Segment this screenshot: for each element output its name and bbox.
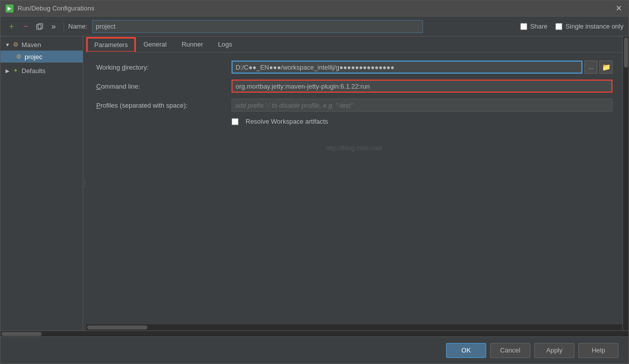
sidebar-item-maven[interactable]: ▼ ⚙ Maven — [1, 39, 83, 51]
bottom-scrollbar-thumb[interactable] — [2, 332, 42, 336]
h-scrollbar-thumb[interactable] — [87, 325, 147, 329]
tabs-bar: Parameters General Runner Logs — [86, 37, 622, 53]
maven-label: Maven — [22, 41, 41, 49]
help-button[interactable]: Help — [578, 343, 618, 358]
command-line-row: Command line: — [96, 80, 612, 93]
run-debug-configurations-window: ▶ Run/Debug Configurations ✕ + − » Name:… — [0, 0, 629, 364]
profiles-label: Profiles (separated with space): — [96, 102, 232, 109]
form-panel: Working directory: ... 📁 Command line: — [86, 53, 622, 324]
more-button[interactable]: » — [48, 21, 60, 33]
resolve-workspace-text: Resolve Workspace artifacts — [246, 118, 328, 125]
v-scrollbar-thumb[interactable] — [624, 38, 628, 68]
maven-icon: ⚙ — [12, 41, 20, 49]
profiles-row: Profiles (separated with space): — [96, 99, 612, 112]
resolve-workspace-checkbox[interactable] — [232, 118, 239, 125]
apply-button[interactable]: Apply — [534, 343, 574, 358]
bottom-bar: OK Cancel Apply Help — [1, 336, 628, 363]
working-directory-row: Working directory: ... 📁 — [96, 61, 612, 74]
working-directory-folder-btn[interactable]: 📁 — [599, 61, 612, 74]
expand-arrow: ▼ — [5, 42, 11, 48]
watermark: http://blog.csdn.net/ — [96, 129, 612, 167]
share-label: Share — [530, 23, 548, 30]
resolve-workspace-row: Resolve Workspace artifacts — [96, 118, 612, 125]
project-icon: ⚙ — [15, 53, 23, 61]
tab-logs[interactable]: Logs — [211, 37, 240, 53]
ok-button[interactable]: OK — [446, 343, 486, 358]
defaults-arrow: ▶ — [5, 68, 11, 74]
horizontal-scrollbar[interactable] — [86, 324, 622, 330]
working-directory-label: Working directory: — [96, 64, 232, 71]
resolve-workspace-label[interactable]: Resolve Workspace artifacts — [232, 118, 328, 125]
sidebar-item-defaults[interactable]: ▶ ✦ Defaults — [1, 65, 83, 77]
name-input[interactable] — [92, 20, 423, 33]
single-instance-checkbox-label[interactable]: Single instance only — [555, 23, 623, 30]
window-title: Run/Debug Configurations — [18, 5, 613, 12]
project-label: projec — [25, 53, 42, 61]
sidebar: ▼ ⚙ Maven ⚙ projec ▶ ✦ Defaults — [1, 37, 83, 330]
watermark-text: http://blog.csdn.net/ — [326, 144, 382, 152]
defaults-icon: ✦ — [12, 67, 20, 75]
add-button[interactable]: + — [6, 21, 18, 33]
separator — [64, 22, 64, 32]
share-checkbox[interactable] — [520, 23, 527, 30]
main-with-scroll: Parameters General Runner Logs Working d… — [86, 37, 622, 324]
share-checkbox-label[interactable]: Share — [520, 23, 548, 30]
working-directory-input-container: ... 📁 — [232, 61, 612, 74]
command-line-input-container — [232, 80, 612, 93]
vertical-scrollbar[interactable] — [622, 37, 628, 330]
sidebar-item-project[interactable]: ⚙ projec — [1, 51, 83, 63]
command-line-input[interactable] — [232, 80, 612, 93]
copy-button[interactable] — [34, 21, 46, 33]
toolbar: + − » Name: Share Single instance only — [1, 17, 628, 37]
working-directory-input[interactable] — [232, 61, 582, 74]
tab-runner[interactable]: Runner — [174, 37, 211, 53]
main-content: ▼ ⚙ Maven ⚙ projec ▶ ✦ Defaults — [1, 37, 628, 330]
profiles-input-container — [232, 99, 612, 112]
working-directory-dots-btn[interactable]: ... — [584, 61, 597, 74]
single-instance-label: Single instance only — [565, 23, 623, 30]
profiles-input[interactable] — [232, 99, 612, 112]
title-bar: ▶ Run/Debug Configurations ✕ — [1, 1, 628, 17]
remove-button[interactable]: − — [20, 21, 32, 33]
app-icon: ▶ — [6, 5, 14, 13]
content-panel: Parameters General Runner Logs Working d… — [86, 37, 622, 330]
single-instance-checkbox[interactable] — [555, 23, 562, 30]
tab-general[interactable]: General — [136, 37, 174, 53]
cancel-button[interactable]: Cancel — [490, 343, 530, 358]
command-line-label: Command line: — [96, 83, 232, 90]
tab-parameters[interactable]: Parameters — [86, 37, 136, 53]
defaults-label: Defaults — [22, 67, 46, 75]
share-area: Share Single instance only — [520, 23, 623, 30]
copy-icon — [36, 23, 43, 30]
name-label: Name: — [68, 23, 87, 30]
close-button[interactable]: ✕ — [613, 4, 623, 14]
bottom-scrollbar[interactable] — [1, 330, 628, 336]
